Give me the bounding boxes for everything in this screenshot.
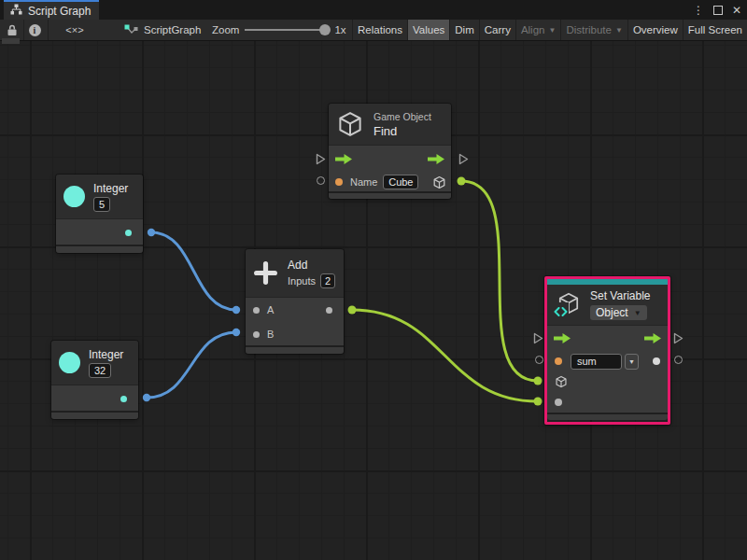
zoom-slider[interactable] <box>245 29 327 31</box>
node-set-variable[interactable]: Set Variable Object ▼ sum ▼ <box>544 276 670 425</box>
name-input-port[interactable] <box>335 178 343 186</box>
toolbar-button-values[interactable]: Values <box>407 20 449 40</box>
chevron-down-icon: ▼ <box>615 26 623 35</box>
info-icon: i <box>29 24 41 36</box>
zoom-value: 1x <box>334 24 345 35</box>
close-icon[interactable]: ✕ <box>732 5 741 16</box>
variable-scope-dropdown[interactable]: Object ▼ <box>590 305 647 320</box>
graph-hierarchy-icon <box>10 4 22 18</box>
wire-endpoint[interactable] <box>143 394 150 401</box>
variable-name-connector[interactable] <box>535 356 543 364</box>
wire-integer5-to-add-a[interactable] <box>151 232 236 310</box>
inputs-count-field[interactable]: 2 <box>320 273 335 288</box>
wire-endpoint[interactable] <box>534 377 543 385</box>
toolbar-button-fullscreen[interactable]: Full Screen <box>683 20 747 40</box>
flow-in-arrow-icon[interactable] <box>554 333 571 343</box>
toolbar-button-overview[interactable]: Overview <box>627 20 683 40</box>
variable-name-port[interactable] <box>555 357 562 365</box>
zoom-slider-handle[interactable] <box>319 24 331 35</box>
flow-in-connector[interactable] <box>533 331 543 348</box>
node-title: Integer <box>89 348 123 361</box>
flow-out-connector[interactable] <box>673 331 684 348</box>
value-input-port[interactable] <box>555 399 562 406</box>
output-port[interactable] <box>125 230 132 236</box>
node-title: Add <box>288 259 335 272</box>
button-label: Full Screen <box>688 24 742 35</box>
code-icon: <×> <box>65 24 83 35</box>
output-port[interactable] <box>120 396 127 402</box>
toolbar-corner-tab <box>2 38 20 44</box>
flow-out-arrow-icon[interactable] <box>428 154 444 164</box>
flow-out-arrow-icon[interactable] <box>644 333 661 343</box>
node-gameobject-find[interactable]: Game Object Find Name Cube <box>329 104 451 199</box>
integer-type-icon <box>63 186 85 207</box>
script-graph-icon <box>124 24 138 35</box>
tab-script-graph[interactable]: Script Graph <box>4 0 99 20</box>
chevron-down-icon: ▼ <box>634 309 641 317</box>
input-port-a[interactable] <box>253 307 260 314</box>
flow-in-connector[interactable] <box>316 152 326 169</box>
maximize-icon[interactable] <box>713 6 723 15</box>
graph-canvas[interactable]: Integer 5 Integer 32 <box>0 41 747 560</box>
info-button[interactable]: i <box>24 20 45 40</box>
name-value-field[interactable]: Cube <box>383 175 418 189</box>
wire-add-to-setvariable-value[interactable] <box>352 310 538 401</box>
gameobject-output-port[interactable] <box>432 175 446 189</box>
output-connector[interactable] <box>674 356 683 364</box>
scope-value: Object <box>596 306 628 319</box>
toolbar-button-align[interactable]: Align▼ <box>515 20 561 40</box>
port-label-b: B <box>267 329 274 340</box>
node-footer <box>246 345 344 354</box>
menu-dots-icon[interactable]: ⋮ <box>693 5 704 16</box>
integer-value-field[interactable]: 5 <box>93 197 110 212</box>
node-integer-2[interactable]: Integer 32 <box>51 341 138 419</box>
node-add[interactable]: Add Inputs 2 A B <box>246 249 344 354</box>
set-variable-icon <box>555 291 582 319</box>
chevron-down-icon[interactable]: ▼ <box>625 354 639 370</box>
node-integer-1[interactable]: Integer 5 <box>56 175 143 253</box>
integer-type-icon <box>59 352 80 373</box>
port-label-a: A <box>267 304 274 315</box>
flow-out-connector[interactable] <box>458 152 469 169</box>
tab-bar: Script Graph ⋮ ✕ <box>0 0 747 20</box>
node-footer <box>547 413 668 420</box>
button-label: Align <box>521 24 545 35</box>
input-port-b[interactable] <box>253 331 260 338</box>
wire-endpoint[interactable] <box>233 306 240 314</box>
button-label: Overview <box>633 24 678 35</box>
name-label: Name <box>350 176 377 188</box>
name-input-connector[interactable] <box>317 176 325 185</box>
wire-endpoint[interactable] <box>348 306 357 315</box>
graph-asset-name: ScriptGraph <box>144 24 201 35</box>
node-title: Find <box>374 124 431 138</box>
output-port[interactable] <box>653 357 660 365</box>
integer-value-field[interactable]: 32 <box>89 363 111 378</box>
node-footer <box>51 411 138 419</box>
wire-find-to-setvariable-object[interactable] <box>461 181 538 381</box>
add-icon <box>253 260 278 286</box>
zoom-label: Zoom <box>212 24 239 35</box>
variable-name-value[interactable]: sum <box>571 354 622 370</box>
wire-endpoint[interactable] <box>148 229 155 236</box>
variable-name-dropdown[interactable]: sum ▼ <box>571 354 639 370</box>
toolbar: i <×> ScriptGraph Zoom 1x Relations Valu… <box>0 20 747 41</box>
game-object-cube-icon <box>336 110 364 138</box>
wire-endpoint[interactable] <box>458 177 466 186</box>
output-port[interactable] <box>326 307 332 314</box>
toolbar-button-carry[interactable]: Carry <box>479 20 515 40</box>
node-footer <box>56 245 143 253</box>
wire-endpoint[interactable] <box>233 329 240 336</box>
wire-integer32-to-add-b[interactable] <box>147 332 236 398</box>
toolbar-button-dim[interactable]: Dim <box>449 20 478 40</box>
gameobject-input-port[interactable] <box>555 375 568 388</box>
code-preview-button[interactable]: <×> <box>49 20 101 40</box>
node-title: Integer <box>93 182 128 195</box>
lock-button[interactable] <box>2 20 22 40</box>
button-label: Carry <box>485 24 511 35</box>
chevron-down-icon: ▼ <box>548 26 556 35</box>
wire-endpoint[interactable] <box>534 398 543 406</box>
flow-in-arrow-icon[interactable] <box>335 154 352 164</box>
toolbar-button-distribute[interactable]: Distribute▼ <box>560 20 627 40</box>
toolbar-button-relations[interactable]: Relations <box>352 20 407 40</box>
graph-asset[interactable]: ScriptGraph <box>124 20 201 40</box>
